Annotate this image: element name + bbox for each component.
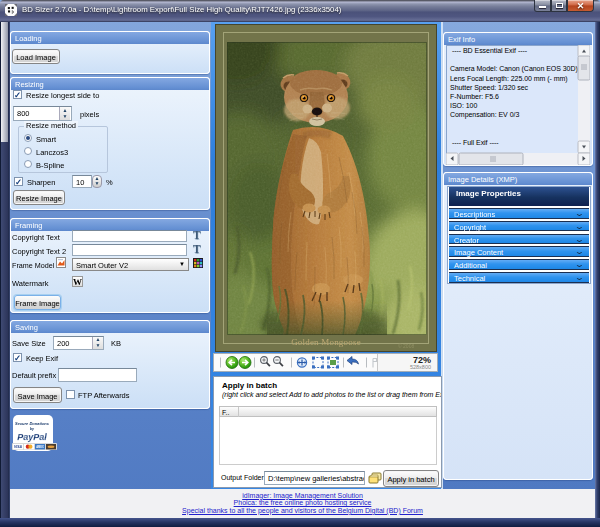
- svg-text:VISA: VISA: [14, 445, 22, 449]
- svg-text:AMEX: AMEX: [36, 445, 44, 449]
- svg-text:Secure Donations: Secure Donations: [15, 421, 50, 426]
- svg-text:PayPal: PayPal: [17, 432, 47, 442]
